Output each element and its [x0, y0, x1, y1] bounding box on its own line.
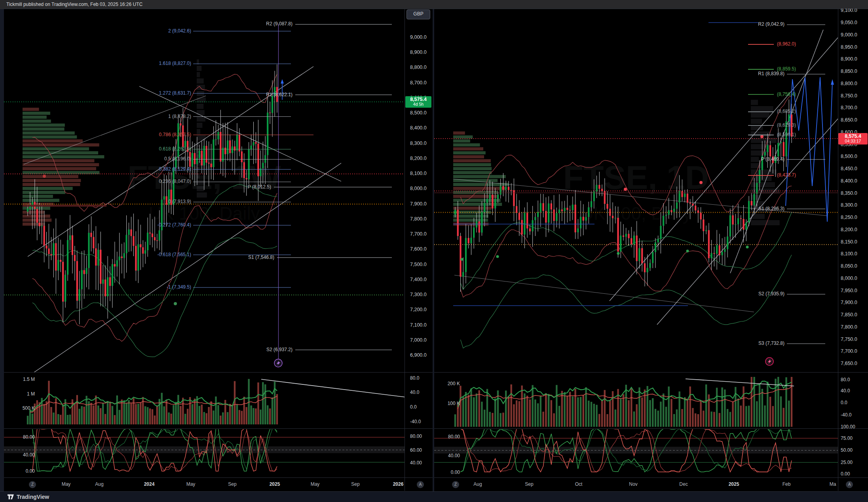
left-last-price: 8,575.4 [405, 97, 431, 102]
right-last-price: 8,575.4 [838, 133, 868, 139]
tradingview-published-chart: Tickmill published on TradingView.com, F… [0, 0, 868, 502]
publish-header: Tickmill published on TradingView.com, F… [0, 0, 868, 9]
left-last-price-badge: 8,575.4 4d 5h [405, 96, 431, 108]
chart-canvas[interactable] [0, 0, 868, 502]
right-bar-countdown: 04:33:17 [838, 139, 868, 143]
footer: TradingView [0, 491, 868, 502]
left-bar-countdown: 4d 5h [405, 102, 431, 106]
currency-button[interactable]: GBP [406, 10, 430, 19]
left-candles [27, 65, 278, 324]
footer-brand[interactable]: TradingView [17, 494, 49, 500]
tradingview-logo-icon[interactable] [7, 494, 14, 500]
right-last-price-badge: 8,575.4 04:33:17 [838, 133, 868, 145]
publish-header-text: Tickmill published on TradingView.com, F… [6, 2, 142, 7]
